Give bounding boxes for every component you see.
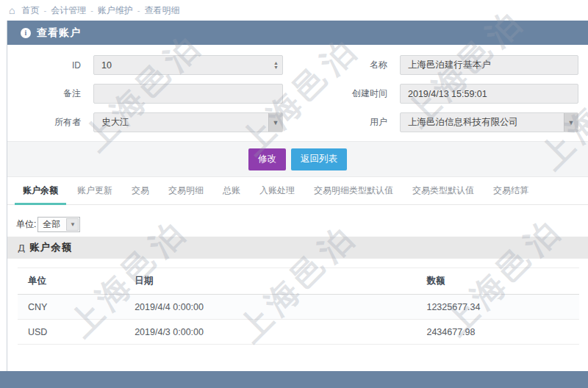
remark-label: 备注 (7, 87, 81, 100)
account-form: ID ▲▼ 名称 备注 (7, 45, 588, 141)
unit-filter-value: 全部 (43, 218, 60, 231)
breadcrumb-item-view-detail[interactable]: 查看明细 (144, 4, 179, 17)
detail-tabs: 账户余额 账户更新 交易 交易明细 总账 入账处理 交易明细类型默认值 交易类型… (7, 177, 588, 205)
info-icon: i (21, 28, 31, 38)
table-row[interactable]: CNY 2019/4/4 0:00:00 12325677.34 (18, 295, 579, 320)
tab-general-ledger[interactable]: 总账 (213, 177, 250, 204)
balance-table: 单位 日期 数额 CNY 2019/4/4 0:00:00 12325677.3… (18, 267, 579, 345)
edit-button[interactable]: 修改 (248, 148, 286, 170)
footer-bar (0, 371, 588, 388)
back-to-list-button[interactable]: 返回列表 (291, 148, 347, 170)
name-label: 名称 (298, 59, 387, 71)
field-id: ID ▲▼ (7, 55, 298, 75)
create-time-input[interactable] (400, 84, 578, 104)
field-remark: 备注 (7, 84, 298, 104)
page-title: 查看账户 (37, 26, 81, 40)
col-unit: 单位 (18, 268, 124, 295)
number-spinner[interactable]: ▲▼ (273, 55, 279, 75)
tab-txn-detail-type-default[interactable]: 交易明细类型默认值 (304, 177, 403, 204)
field-owner: 所有者 史大江 ▼ (7, 112, 298, 132)
id-label: ID (7, 60, 81, 71)
panel-header: i 查看账户 (7, 21, 588, 45)
breadcrumb: ⌂ 首页 - 会计管理 - 账户维护 - 查看明细 (0, 0, 588, 21)
page: 上海邑泊 上海邑泊 上海邑泊 上海邑泊 上海邑泊 上海邑泊 上海邑泊 ⌂ 首页 … (0, 0, 588, 388)
section-title: 账户余额 (29, 241, 72, 254)
tab-transaction[interactable]: 交易 (122, 177, 159, 204)
field-create-time: 创建时间 (298, 84, 588, 104)
user-select[interactable]: 上海邑泊信息科技有限公司 ▼ (400, 112, 578, 132)
cell-date: 2019/4/4 0:00:00 (124, 295, 416, 320)
tab-account-balance[interactable]: 账户余额 (13, 177, 68, 204)
unit-filter-select[interactable]: 全部 ▼ (37, 217, 80, 232)
breadcrumb-separator: - (90, 6, 93, 15)
col-amount: 数额 (416, 268, 579, 295)
unit-filter-label: 单位: (16, 218, 36, 231)
id-input[interactable] (93, 55, 283, 75)
home-icon[interactable]: ⌂ (9, 4, 15, 16)
owner-label: 所有者 (7, 116, 81, 129)
user-select-value: 上海邑泊信息科技有限公司 (408, 116, 518, 129)
cell-amount: 2434677.98 (416, 320, 579, 345)
owner-select[interactable]: 史大江 ▼ (93, 112, 283, 132)
unit-filter: 单位: 全部 ▼ (16, 217, 588, 232)
user-label: 用户 (298, 116, 387, 129)
table-header-row: 单位 日期 数额 (18, 268, 579, 295)
spinner-down-icon[interactable]: ▼ (273, 65, 279, 70)
field-name: 名称 (298, 55, 588, 75)
name-input[interactable] (400, 55, 578, 75)
main-panel: i 查看账户 ID ▲▼ 名称 (7, 21, 588, 371)
tab-account-update[interactable]: 账户更新 (68, 177, 122, 204)
field-user: 用户 上海邑泊信息科技有限公司 ▼ (298, 112, 588, 132)
cell-unit: CNY (18, 295, 124, 320)
tab-posting[interactable]: 入账处理 (250, 177, 304, 204)
tab-txn-type-default[interactable]: 交易类型默认值 (403, 177, 484, 204)
breadcrumb-item-account-maintenance[interactable]: 账户维护 (98, 4, 133, 17)
chevron-down-icon[interactable]: ▼ (564, 113, 578, 132)
remark-input[interactable] (93, 84, 283, 104)
cell-date: 2019/4/3 0:00:00 (124, 320, 416, 345)
create-time-label: 创建时间 (298, 87, 387, 100)
action-bar: 修改 返回列表 (7, 141, 588, 177)
chevron-down-icon[interactable]: ▼ (66, 218, 79, 231)
balance-icon: Д (18, 242, 25, 254)
tab-txn-settlement[interactable]: 交易结算 (484, 177, 538, 204)
section-header: Д 账户余额 (7, 237, 588, 259)
breadcrumb-separator: - (137, 6, 140, 15)
breadcrumb-item-accounting[interactable]: 会计管理 (51, 4, 86, 17)
tab-transaction-detail[interactable]: 交易明细 (159, 177, 213, 204)
col-date: 日期 (124, 268, 416, 295)
breadcrumb-separator: - (43, 6, 46, 15)
cell-unit: USD (18, 320, 124, 345)
table-row[interactable]: USD 2019/4/3 0:00:00 2434677.98 (18, 320, 579, 345)
breadcrumb-home[interactable]: 首页 (21, 4, 39, 17)
chevron-down-icon[interactable]: ▼ (268, 113, 282, 132)
owner-select-value: 史大江 (101, 116, 129, 129)
cell-amount: 12325677.34 (416, 295, 579, 320)
